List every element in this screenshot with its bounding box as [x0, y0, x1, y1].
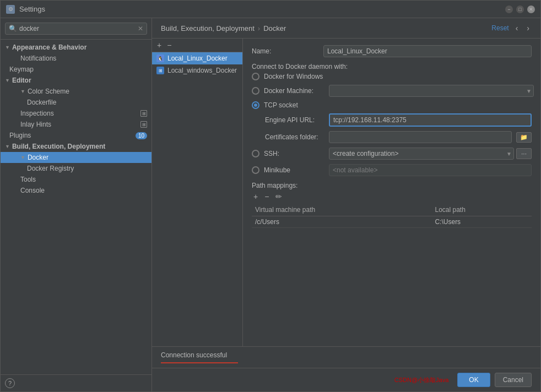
certificates-row: Certificates folder: 📁 [252, 131, 532, 143]
sidebar-item-plugins[interactable]: Plugins 10 [1, 130, 152, 141]
docker-machine-select[interactable] [329, 85, 534, 97]
main-content: 🔍 ✕ Appearance & Behavior Notifications … [1, 18, 540, 391]
search-input[interactable] [19, 25, 138, 32]
title-bar-left: ⚙ Settings [6, 5, 45, 14]
sidebar-item-colorscheme[interactable]: Color Scheme [1, 86, 152, 97]
radio-docker-machine-label: Docker Machine: [264, 87, 324, 95]
sidebar-item-tools[interactable]: Tools [1, 174, 152, 185]
inlayhints-ext-icon: ⊞ [140, 121, 147, 128]
sidebar-item-console[interactable]: Console [1, 185, 152, 196]
watermark-text: CSDN@小徐敲Java [394, 376, 449, 384]
ok-button[interactable]: OK [457, 373, 490, 387]
radio-ssh-label: SSH: [264, 150, 324, 157]
vm-path-cell: /c/Users [252, 216, 431, 228]
certificates-browse-button[interactable]: 📁 [516, 132, 532, 143]
windows-docker-icon: ⊞ [156, 67, 164, 74]
engine-api-row: Engine API URL: [252, 113, 532, 127]
help-button[interactable]: ? [5, 378, 15, 388]
minikube-input [329, 164, 532, 176]
back-button[interactable]: ‹ [513, 23, 521, 34]
remove-docker-button[interactable]: − [165, 41, 173, 50]
local-path-cell: C:\Users [431, 216, 532, 228]
radio-minikube: Minikube [252, 164, 532, 176]
sidebar-item-build[interactable]: Build, Execution, Deployment [1, 141, 152, 152]
sidebar-item-inspections[interactable]: Inspections ⊞ [1, 108, 152, 119]
certificates-label: Certificates folder: [265, 133, 324, 141]
sidebar-item-inspections-label: Inspections [20, 110, 54, 117]
colorscheme-collapse-icon [20, 89, 25, 94]
breadcrumb: Build, Execution, Deployment › Docker [161, 24, 286, 32]
path-mappings-label: Path mappings: [252, 182, 532, 189]
name-input[interactable] [323, 45, 532, 57]
breadcrumb-part2: Docker [263, 24, 286, 32]
sidebar-item-docker[interactable]: Docker [1, 152, 152, 163]
window-controls: − □ ✕ [505, 6, 535, 13]
certificates-input[interactable] [329, 131, 512, 143]
ssh-config-button[interactable]: ··· [516, 148, 532, 159]
pm-edit-button[interactable]: ✏ [274, 192, 284, 202]
sidebar-item-inlayhints[interactable]: Inlay Hints ⊞ [1, 119, 152, 130]
docker-item-windows[interactable]: ⊞ Local_windows_Docker [152, 64, 242, 77]
sidebar-item-inlayhints-label: Inlay Hints [20, 121, 51, 128]
radio-docker-windows-btn[interactable] [252, 73, 259, 80]
docker-collapse-icon [20, 155, 25, 160]
radio-docker-machine-btn[interactable] [252, 87, 259, 95]
connection-text: Connection successful [161, 351, 532, 359]
radio-minikube-label: Minikube [264, 166, 324, 174]
engine-api-label: Engine API URL: [265, 116, 324, 124]
forward-button[interactable]: › [524, 23, 532, 34]
docker-item-windows-label: Local_windows_Docker [167, 67, 237, 74]
pm-remove-button[interactable]: − [263, 192, 270, 202]
settings-window: ⚙ Settings − □ ✕ 🔍 ✕ App [0, 0, 541, 392]
engine-api-input[interactable] [329, 113, 532, 127]
radio-tcp-socket-btn[interactable] [252, 101, 259, 109]
close-button[interactable]: ✕ [527, 6, 535, 13]
docker-config: Name: Connect to Docker daemon with: Doc… [243, 39, 540, 346]
sidebar-item-keymap-label: Keymap [9, 66, 34, 73]
radio-tcp-socket-label: TCP socket [264, 101, 324, 109]
radio-minikube-btn[interactable] [252, 166, 259, 174]
table-row: /c/Users C:\Users [252, 216, 532, 228]
docker-item-linux-label: Local_Linux_Docker [167, 55, 228, 62]
ssh-select-wrap: <create configuration> ▼ [329, 148, 512, 160]
pm-add-button[interactable]: + [252, 192, 259, 202]
radio-tcp-socket: TCP socket [252, 101, 532, 109]
sidebar-item-editor[interactable]: Editor [1, 75, 152, 86]
minimize-button[interactable]: − [505, 6, 513, 13]
sidebar-item-dockerfile-label: Dockerfile [27, 99, 56, 106]
reset-link[interactable]: Reset [491, 24, 508, 32]
radio-ssh: SSH: <create configuration> ▼ ··· [252, 148, 532, 160]
connection-status: Connection successful [152, 346, 540, 368]
radio-ssh-btn[interactable] [252, 150, 259, 157]
sidebar-item-plugins-label: Plugins [9, 132, 31, 139]
connection-underline [161, 362, 238, 363]
path-table: Virtual machine path Local path /c/Users… [252, 204, 532, 228]
sidebar-item-build-label: Build, Execution, Deployment [12, 143, 105, 150]
add-docker-button[interactable]: + [155, 41, 163, 50]
sidebar-item-notifications[interactable]: Notifications [1, 53, 152, 64]
docker-item-linux[interactable]: 🐧 Local_Linux_Docker [152, 52, 242, 64]
ssh-select[interactable]: <create configuration> [329, 148, 514, 160]
app-icon: ⚙ [6, 5, 15, 14]
breadcrumb-separator: › [258, 24, 260, 32]
sidebar-item-tools-label: Tools [20, 176, 36, 183]
sidebar-item-docker-registry[interactable]: Docker Registry [1, 163, 152, 174]
panel-header: Build, Execution, Deployment › Docker Re… [152, 18, 540, 39]
vm-path-header: Virtual machine path [252, 204, 431, 216]
editor-collapse-icon [5, 78, 10, 83]
radio-docker-windows: Docker for Windows [252, 73, 532, 80]
path-mappings-toolbar: + − ✏ [252, 189, 532, 204]
breadcrumb-part1: Build, Execution, Deployment [161, 24, 255, 32]
sidebar-item-docker-label: Docker [28, 154, 48, 161]
clear-icon[interactable]: ✕ [138, 25, 143, 32]
plugins-badge: 10 [136, 132, 147, 139]
cancel-button[interactable]: Cancel [495, 373, 532, 387]
sidebar-item-appearance[interactable]: Appearance & Behavior [1, 42, 152, 53]
sidebar-bottom: ? [1, 374, 152, 391]
linux-docker-icon: 🐧 [156, 55, 164, 62]
sidebar-item-keymap[interactable]: Keymap [1, 64, 152, 75]
sidebar-item-dockerfile[interactable]: Dockerfile [1, 97, 152, 108]
sidebar-item-appearance-label: Appearance & Behavior [12, 43, 86, 51]
bottom-bar: CSDN@小徐敲Java OK Cancel [152, 368, 540, 391]
maximize-button[interactable]: □ [516, 6, 524, 13]
